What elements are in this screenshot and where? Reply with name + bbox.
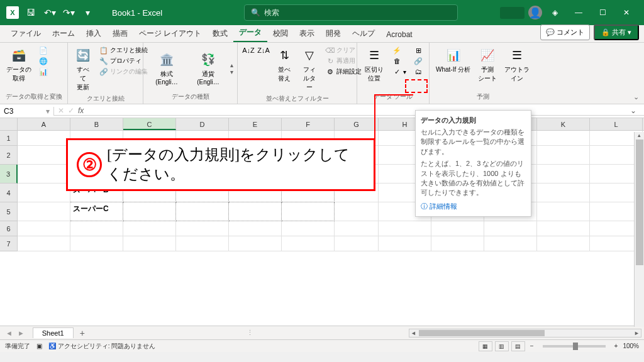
stocks-button[interactable]: 🏛️ 株式 (Engli… (147, 50, 186, 87)
cell-C6[interactable] (123, 221, 176, 236)
cell-K7[interactable] (537, 236, 590, 251)
formula-bar[interactable]: ✕✓fx ⌄ (54, 106, 644, 116)
row-header-7[interactable]: 7 (0, 236, 18, 251)
cell-E7[interactable] (229, 236, 282, 251)
accessibility-status[interactable]: ♿ アクセシビリティ: 問題ありません (48, 342, 155, 351)
cell-G6[interactable] (335, 221, 379, 236)
tooltip-more-info-link[interactable]: ⓘ 詳細情報 (421, 202, 526, 211)
cell-A5[interactable] (18, 202, 70, 221)
row-header-4[interactable]: 4 (0, 184, 18, 202)
edit-links-button[interactable]: 🔗リンクの編集 (97, 67, 150, 77)
add-sheet-button[interactable]: + (74, 328, 91, 338)
name-box[interactable]: C3▾ (0, 107, 54, 116)
cell-K1[interactable] (537, 131, 590, 146)
close-button[interactable]: ✕ (615, 4, 638, 21)
comment-button[interactable]: 💬 コメント (540, 25, 590, 40)
data-validation-button[interactable]: ✓▾ (390, 67, 409, 77)
tab-acrobat[interactable]: Acrobat (380, 27, 418, 42)
cell-J7[interactable] (484, 236, 537, 251)
from-text-button[interactable]: 📄 (36, 45, 50, 55)
scroll-thumb[interactable] (636, 140, 643, 265)
formula-expand-button[interactable]: ⌄ (630, 106, 636, 115)
tab-formulas[interactable]: 数式 (207, 25, 233, 42)
minimize-button[interactable]: — (567, 4, 590, 21)
tab-home[interactable]: ホーム (47, 25, 80, 42)
cell-H6[interactable] (379, 221, 431, 236)
cell-A4[interactable] (18, 184, 70, 202)
cell-D5[interactable] (176, 202, 229, 221)
share-button[interactable]: 🔒 共有 ▾ (594, 25, 639, 40)
row-header-5[interactable]: 5 (0, 202, 18, 221)
cell-I6[interactable] (431, 221, 484, 236)
tab-draw[interactable]: 描画 (107, 25, 133, 42)
tab-help[interactable]: ヘルプ (347, 25, 380, 42)
consolidate-button[interactable]: ⊞ (411, 45, 425, 55)
cell-C5[interactable] (123, 202, 176, 221)
tab-developer[interactable]: 開発 (320, 25, 347, 42)
forecast-button[interactable]: 📈 予測 シート (475, 45, 499, 84)
search-input[interactable]: 🔍 検索 (244, 4, 458, 21)
tab-file[interactable]: ファイル (5, 25, 47, 42)
cell-K6[interactable] (537, 221, 590, 236)
cell-C7[interactable] (123, 236, 176, 251)
refresh-all-button[interactable]: 🔄 すべて 更新 (72, 45, 94, 93)
cell-K5[interactable] (537, 202, 590, 221)
outline-button[interactable]: ☰ アウトラ イン (502, 45, 532, 84)
cell-B6[interactable] (70, 221, 123, 236)
cell-B7[interactable] (70, 236, 123, 251)
column-header-G[interactable]: G (335, 118, 379, 130)
qat-more-icon[interactable]: ▾ (80, 6, 94, 19)
filter-button[interactable]: ▽ フィルター (298, 45, 321, 93)
avatar[interactable]: 👤 (528, 6, 542, 19)
sort-az-button[interactable]: A↓Z (242, 45, 255, 55)
select-all-corner[interactable] (0, 118, 18, 130)
cell-H7[interactable] (379, 236, 431, 251)
scroll-thumb[interactable] (419, 330, 545, 336)
page-break-view-button[interactable]: ▤ (511, 341, 525, 351)
tab-data[interactable]: データ (233, 24, 267, 42)
cell-I7[interactable] (431, 236, 484, 251)
cell-K4[interactable] (537, 184, 590, 202)
zoom-slider[interactable] (543, 345, 606, 348)
flash-fill-button[interactable]: ⚡ (390, 45, 409, 55)
user-name[interactable] (500, 7, 525, 19)
column-header-K[interactable]: K (537, 118, 590, 130)
cell-E5[interactable] (229, 202, 282, 221)
sheet-nav-prev[interactable]: ◄ (4, 329, 14, 337)
cell-J6[interactable] (484, 221, 537, 236)
remove-duplicates-button[interactable]: 🗑 (390, 56, 409, 66)
cell-E6[interactable] (229, 221, 282, 236)
from-web-button[interactable]: 🌐 (36, 56, 50, 66)
normal-view-button[interactable]: ▦ (479, 341, 492, 351)
text-to-columns-button[interactable]: ☰ 区切り位置 (361, 45, 387, 84)
row-header-1[interactable]: 1 (0, 131, 18, 146)
row-header-3[interactable]: 3 (0, 165, 18, 184)
macro-icon[interactable]: ▣ (36, 343, 42, 349)
redo-icon[interactable]: ↷▾ (62, 6, 75, 19)
cell-A1[interactable] (18, 131, 70, 146)
sheet-tab[interactable]: Sheet1 (33, 327, 74, 338)
cell-B5[interactable]: スーパーC (70, 202, 123, 221)
whatif-button[interactable]: 📊 What-If 分析 (433, 45, 473, 75)
tab-insert[interactable]: 挿入 (80, 25, 107, 42)
tab-review[interactable]: 校閲 (267, 25, 294, 42)
maximize-button[interactable]: ☐ (591, 4, 614, 21)
column-header-L[interactable]: L (590, 118, 643, 130)
cell-D6[interactable] (176, 221, 229, 236)
cell-F7[interactable] (282, 236, 335, 251)
cell-G5[interactable] (335, 202, 379, 221)
cell-A7[interactable] (18, 236, 70, 251)
cell-K2[interactable] (537, 146, 590, 165)
tab-view[interactable]: 表示 (294, 25, 320, 42)
data-model-button[interactable]: 🗂 (411, 67, 425, 77)
horizontal-scrollbar[interactable]: ◄ ► (409, 329, 641, 337)
undo-icon[interactable]: ↶▾ (43, 6, 57, 19)
page-layout-view-button[interactable]: ▥ (495, 341, 509, 351)
cell-D7[interactable] (176, 236, 229, 251)
sheet-nav-next[interactable]: ► (16, 329, 26, 337)
cell-A2[interactable] (18, 146, 70, 165)
zoom-in-button[interactable]: + (612, 343, 621, 349)
column-header-D[interactable]: D (176, 118, 229, 130)
cell-F5[interactable] (282, 202, 335, 221)
save-icon[interactable]: 🖫 (24, 6, 38, 19)
